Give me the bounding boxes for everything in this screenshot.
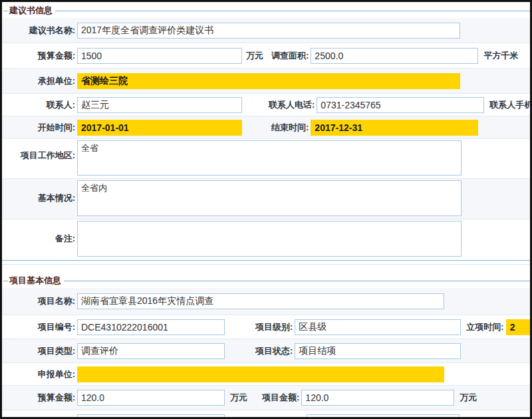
project-budget-label: 预算金额: [2,392,77,404]
contact-label: 联系人: [2,99,77,111]
basic-info-textarea[interactable]: 全省内 [77,180,462,216]
longitude-label: 经度: [2,416,77,419]
project-code-input[interactable] [77,319,225,335]
survey-area-label: 调查面积: [271,50,311,62]
project-name-label: 项目名称: [2,295,77,307]
fieldset-line [55,11,530,11]
project-code-row: 项目编号: 项目级别: 立项时间: [2,315,530,339]
proposal-name-row: 建议书名称: [2,18,530,43]
project-budget-row: 预算金额: 万元 项目金额: 万元 [2,386,530,410]
project-level-input[interactable] [295,319,461,335]
project-amount-unit: 万元 [460,392,477,404]
project-section-title: 项目基本信息 [8,275,64,287]
project-section-header: 项目基本信息 [2,272,530,288]
remark-textarea[interactable] [77,221,462,257]
form-window: 建议书信息 建议书名称: 预算金额: 万元 调查面积: 平方千米 承担单位: 联… [0,0,532,419]
work-area-label: 项目工作地区: [2,140,77,162]
declare-unit-label: 申报单位: [2,368,77,380]
remark-label: 备注: [2,221,77,245]
project-level-label: 项目级别: [255,321,295,333]
coordinates-row: 经度: 纬度: [2,410,530,419]
longitude-input[interactable] [77,414,225,419]
project-amount-input[interactable] [301,390,454,406]
undertaker-input[interactable] [77,73,460,89]
survey-area-input[interactable] [311,48,478,64]
proposal-budget-row: 预算金额: 万元 调查面积: 平方千米 [2,43,530,69]
project-type-input[interactable] [77,343,225,359]
contact-mobile-label: 联系人手机 [489,99,530,111]
proposal-section-title: 建议书信息 [8,5,55,17]
start-time-input[interactable] [77,120,242,136]
project-name-row: 项目名称: [2,288,530,315]
latitude-input[interactable] [307,414,460,419]
remark-row: 备注: [2,219,530,259]
undertaker-row: 承担单位: [2,69,530,94]
project-type-row: 项目类型: 项目状态: [2,339,530,363]
declare-unit-input[interactable] [77,366,444,382]
fieldset-line [64,281,530,281]
contact-row: 联系人: 联系人电话: 联系人手机 [2,94,530,116]
undertaker-label: 承担单位: [2,75,77,87]
proposal-budget-unit: 万元 [246,50,269,62]
proposal-budget-input[interactable] [77,48,242,64]
proposal-budget-label: 预算金额: [2,50,77,62]
proposal-name-input[interactable] [77,23,460,39]
end-time-input[interactable] [311,120,478,136]
proposal-section-header: 建议书信息 [2,2,530,18]
contact-phone-input[interactable] [317,97,484,113]
start-time-label: 开始时间: [2,122,77,134]
project-budget-unit: 万元 [230,392,253,404]
proposal-name-label: 建议书名称: [2,25,77,37]
project-amount-label: 项目金额: [262,392,301,404]
approval-time-label: 立项时间: [466,321,505,333]
approval-time-input[interactable] [506,319,530,335]
start-time-row: 开始时间: 结束时间: [2,116,530,139]
contact-input[interactable] [77,97,242,113]
work-area-row: 项目工作地区: 全省 [2,139,530,179]
project-name-input[interactable] [77,293,444,309]
basic-info-row: 基本情况: 全省内 [2,179,530,219]
project-status-label: 项目状态: [255,345,295,357]
end-time-label: 结束时间: [271,122,311,134]
survey-area-unit: 平方千米 [483,50,518,62]
fieldset-line [3,11,8,11]
fieldset-bottom-line [2,260,530,265]
contact-phone-label: 联系人电话: [269,99,317,111]
declare-unit-row: 申报单位: [2,363,530,386]
project-type-label: 项目类型: [2,345,77,357]
project-status-input[interactable] [295,343,461,359]
project-code-label: 项目编号: [2,321,77,333]
latitude-label: 纬度: [285,416,307,419]
fieldset-line [3,281,8,281]
project-budget-input[interactable] [77,390,225,406]
basic-info-label: 基本情况: [2,180,77,204]
work-area-textarea[interactable]: 全省 [77,140,462,176]
